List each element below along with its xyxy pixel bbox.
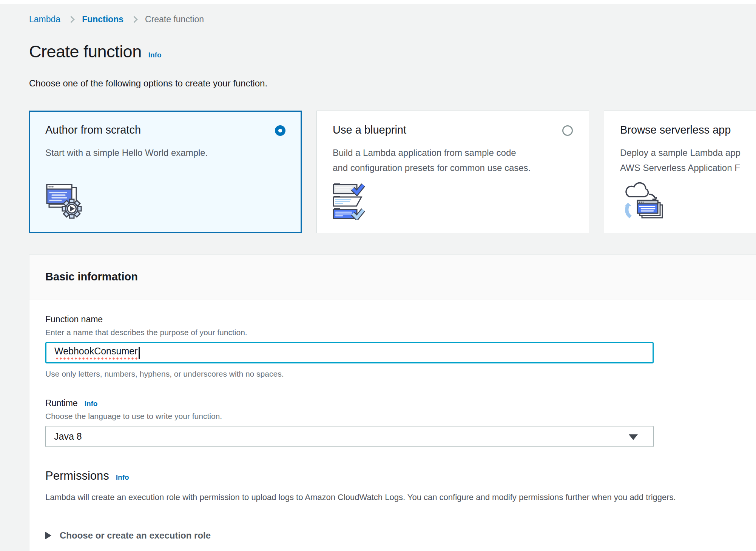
card-author-from-scratch[interactable]: Author from scratch Start with a simple …	[29, 111, 302, 233]
card-title: Browse serverless app	[620, 124, 731, 136]
window-gear-play-icon	[45, 183, 85, 222]
execution-role-expander-label: Choose or create an execution role	[60, 530, 211, 541]
permissions-description: Lambda will create an execution role wit…	[45, 493, 756, 502]
execution-role-expander[interactable]: Choose or create an execution role	[45, 530, 756, 541]
function-name-label: Function name	[45, 314, 756, 325]
card-use-a-blueprint[interactable]: Use a blueprint Build a Lambda applicati…	[316, 111, 589, 233]
runtime-label: Runtime	[45, 398, 78, 408]
function-name-input[interactable]: WebhookConsumer	[45, 342, 654, 363]
permissions-info-link[interactable]: Info	[116, 473, 129, 482]
runtime-help: Choose the language to use to write your…	[45, 412, 756, 421]
basic-information-panel: Basic information Function name Enter a …	[29, 254, 756, 551]
breadcrumb-lambda[interactable]: Lambda	[29, 14, 60, 25]
page-subtitle: Choose one of the following options to c…	[29, 78, 756, 89]
card-title: Use a blueprint	[333, 124, 406, 136]
card-title: Author from scratch	[45, 124, 141, 136]
radio-author-from-scratch[interactable]	[275, 125, 285, 136]
radio-use-a-blueprint[interactable]	[562, 125, 573, 136]
chevron-right-icon	[68, 16, 74, 23]
runtime-select[interactable]: Java 8	[45, 426, 654, 447]
cloud-deploy-icon	[620, 180, 667, 222]
function-name-value: WebhookConsumer	[54, 345, 137, 360]
text-cursor	[139, 347, 140, 359]
runtime-selected-value: Java 8	[54, 431, 82, 442]
creation-option-cards: Author from scratch Start with a simple …	[29, 111, 756, 233]
card-browse-serverless-app[interactable]: Browse serverless app Deploy a sample La…	[604, 111, 756, 233]
runtime-info-link[interactable]: Info	[85, 400, 98, 408]
breadcrumb-functions[interactable]: Functions	[82, 14, 123, 25]
breadcrumb: Lambda Functions Create function	[29, 14, 756, 25]
page-info-link[interactable]: Info	[148, 51, 162, 59]
card-description: Start with a simple Hello World example.	[45, 145, 245, 160]
breadcrumb-current: Create function	[145, 14, 204, 25]
card-description: Build a Lambda application from sample c…	[333, 145, 533, 175]
triangle-right-icon	[45, 532, 51, 539]
top-strip	[0, 0, 756, 4]
function-name-constraint: Use only letters, numbers, hyphens, or u…	[45, 369, 756, 379]
checklist-icon	[333, 182, 370, 222]
permissions-title: Permissions	[45, 469, 109, 483]
panel-title: Basic information	[45, 271, 138, 283]
page-title: Create function	[29, 42, 142, 62]
chevron-right-icon	[131, 16, 137, 23]
dropdown-caret-icon	[629, 434, 638, 440]
card-description: Deploy a sample Lambda app AWS Serverles…	[620, 145, 756, 175]
panel-header: Basic information	[29, 255, 756, 300]
function-name-help: Enter a name that describes the purpose …	[45, 328, 756, 337]
